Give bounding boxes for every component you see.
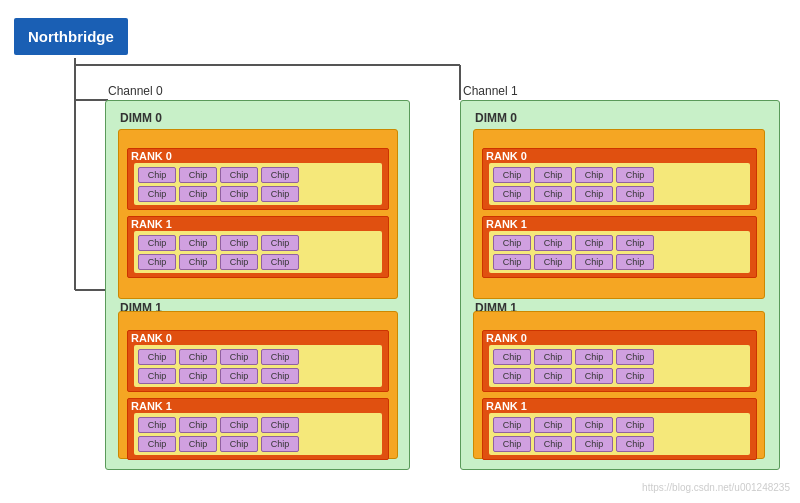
chip: Chip [575, 436, 613, 452]
chip-row: Chip Chip Chip Chip [491, 436, 748, 452]
chip: Chip [575, 349, 613, 365]
chip: Chip [179, 349, 217, 365]
chip: Chip [138, 167, 176, 183]
chip: Chip [179, 167, 217, 183]
chip: Chip [616, 235, 654, 251]
northbridge-label: Northbridge [28, 28, 114, 45]
chip-row: Chip Chip Chip Chip [491, 186, 748, 202]
chip-row: Chip Chip Chip Chip [491, 417, 748, 433]
chip: Chip [616, 254, 654, 270]
chip: Chip [575, 417, 613, 433]
chip-row: Chip Chip Chip Chip [136, 167, 380, 183]
chip: Chip [261, 349, 299, 365]
chip: Chip [261, 167, 299, 183]
chip: Chip [534, 436, 572, 452]
ch1-dimm1: RANK 0 Chip Chip Chip Chip Chip Chip Chi… [473, 311, 765, 459]
chip: Chip [261, 235, 299, 251]
ch1-dimm0-rank1-chips: Chip Chip Chip Chip Chip Chip Chip Chip [489, 231, 750, 273]
chip: Chip [493, 417, 531, 433]
ch0-dimm0-rank0: RANK 0 Chip Chip Chip Chip Chip Chip Chi… [127, 148, 389, 210]
ch1-dimm1-rank1: RANK 1 Chip Chip Chip Chip Chip Chip Chi… [482, 398, 757, 460]
chip: Chip [179, 368, 217, 384]
chip: Chip [220, 254, 258, 270]
chip-row: Chip Chip Chip Chip [136, 254, 380, 270]
chip: Chip [138, 349, 176, 365]
chip: Chip [493, 167, 531, 183]
chip-row: Chip Chip Chip Chip [491, 167, 748, 183]
ch0-dimm1-rank0-label: RANK 0 [128, 331, 388, 345]
channel-0-label: Channel 0 [108, 84, 163, 98]
chip-row: Chip Chip Chip Chip [136, 436, 380, 452]
chip: Chip [179, 417, 217, 433]
chip: Chip [261, 417, 299, 433]
chip: Chip [534, 186, 572, 202]
chip-row: Chip Chip Chip Chip [491, 368, 748, 384]
watermark: https://blog.csdn.net/u001248235 [642, 482, 790, 493]
chip-row: Chip Chip Chip Chip [491, 235, 748, 251]
chip: Chip [534, 349, 572, 365]
chip-row: Chip Chip Chip Chip [491, 254, 748, 270]
ch1-dimm1-rank0-label: RANK 0 [483, 331, 756, 345]
chip: Chip [261, 436, 299, 452]
ch1-dimm1-rank0-chips: Chip Chip Chip Chip Chip Chip Chip Chip [489, 345, 750, 387]
chip: Chip [138, 254, 176, 270]
chip: Chip [220, 235, 258, 251]
northbridge-box: Northbridge [14, 18, 128, 55]
chip: Chip [534, 254, 572, 270]
chip: Chip [575, 186, 613, 202]
ch1-dimm1-rank0: RANK 0 Chip Chip Chip Chip Chip Chip Chi… [482, 330, 757, 392]
channel-1-label: Channel 1 [463, 84, 518, 98]
main-container: Northbridge Channel 0 DIMM 0 RANK 0 Chip… [0, 0, 800, 503]
channel-0-container: DIMM 0 RANK 0 Chip Chip Chip Chip Chip C… [105, 100, 410, 470]
ch1-dimm1-rank1-chips: Chip Chip Chip Chip Chip Chip Chip Chip [489, 413, 750, 455]
chip: Chip [493, 254, 531, 270]
chip: Chip [616, 167, 654, 183]
chip: Chip [220, 417, 258, 433]
ch0-dimm0-label: DIMM 0 [116, 109, 166, 127]
ch1-dimm0-label: DIMM 0 [471, 109, 521, 127]
chip-row: Chip Chip Chip Chip [136, 368, 380, 384]
ch0-dimm1-rank1-chips: Chip Chip Chip Chip Chip Chip Chip Chip [134, 413, 382, 455]
ch0-dimm1-rank1: RANK 1 Chip Chip Chip Chip Chip Chip Chi… [127, 398, 389, 460]
ch0-dimm1-rank0-chips: Chip Chip Chip Chip Chip Chip Chip Chip [134, 345, 382, 387]
chip: Chip [616, 186, 654, 202]
chip: Chip [138, 368, 176, 384]
ch0-dimm1-rank0: RANK 0 Chip Chip Chip Chip Chip Chip Chi… [127, 330, 389, 392]
chip: Chip [616, 417, 654, 433]
ch0-dimm0-rank1-label: RANK 1 [128, 217, 388, 231]
chip-row: Chip Chip Chip Chip [136, 349, 380, 365]
ch1-dimm0-rank0-label: RANK 0 [483, 149, 756, 163]
chip-row: Chip Chip Chip Chip [136, 186, 380, 202]
chip: Chip [534, 417, 572, 433]
ch1-dimm0-rank1-label: RANK 1 [483, 217, 756, 231]
channel-1-container: DIMM 0 RANK 0 Chip Chip Chip Chip Chip C… [460, 100, 780, 470]
chip: Chip [534, 235, 572, 251]
ch0-dimm0-rank1: RANK 1 Chip Chip Chip Chip Chip Chip Chi… [127, 216, 389, 278]
ch1-dimm0-rank0-chips: Chip Chip Chip Chip Chip Chip Chip Chip [489, 163, 750, 205]
chip: Chip [220, 349, 258, 365]
chip: Chip [261, 368, 299, 384]
chip: Chip [179, 436, 217, 452]
chip: Chip [493, 186, 531, 202]
ch0-dimm1: RANK 0 Chip Chip Chip Chip Chip Chip Chi… [118, 311, 398, 459]
chip: Chip [261, 254, 299, 270]
ch1-dimm0: RANK 0 Chip Chip Chip Chip Chip Chip Chi… [473, 129, 765, 299]
chip: Chip [616, 436, 654, 452]
chip-row: Chip Chip Chip Chip [491, 349, 748, 365]
chip: Chip [220, 167, 258, 183]
ch1-dimm0-rank0: RANK 0 Chip Chip Chip Chip Chip Chip Chi… [482, 148, 757, 210]
chip: Chip [493, 368, 531, 384]
chip: Chip [493, 436, 531, 452]
ch1-dimm1-rank1-label: RANK 1 [483, 399, 756, 413]
chip: Chip [220, 436, 258, 452]
chip: Chip [138, 235, 176, 251]
ch0-dimm0-rank0-chips: Chip Chip Chip Chip Chip Chip Chip Chip [134, 163, 382, 205]
ch1-dimm0-rank1: RANK 1 Chip Chip Chip Chip Chip Chip Chi… [482, 216, 757, 278]
chip: Chip [575, 235, 613, 251]
chip-row: Chip Chip Chip Chip [136, 235, 380, 251]
chip: Chip [616, 368, 654, 384]
chip: Chip [493, 235, 531, 251]
chip: Chip [575, 368, 613, 384]
ch0-dimm0-rank1-chips: Chip Chip Chip Chip Chip Chip Chip Chip [134, 231, 382, 273]
chip-row: Chip Chip Chip Chip [136, 417, 380, 433]
